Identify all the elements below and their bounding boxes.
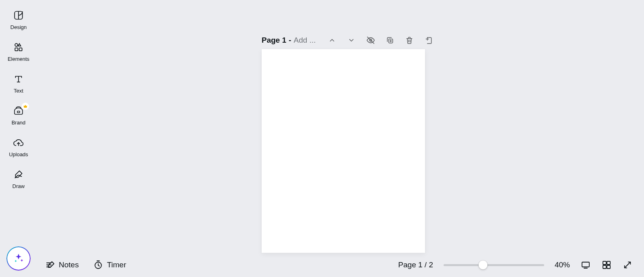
notes-button[interactable]: Notes — [45, 260, 79, 270]
delete-page-button[interactable] — [405, 35, 414, 45]
page-title-add-placeholder[interactable]: Add ... — [294, 36, 316, 45]
sidebar-item-label: Uploads — [9, 151, 28, 157]
sidebar-item-elements[interactable]: Elements — [8, 41, 29, 62]
sidebar-item-label: Elements — [8, 56, 29, 62]
page-title: Page 1 — [262, 36, 286, 45]
timer-icon — [93, 260, 103, 270]
timer-button[interactable]: Timer — [93, 260, 126, 270]
sidebar-item-text[interactable]: Text — [13, 73, 24, 94]
sidebar-item-design[interactable]: Design — [10, 10, 27, 30]
eye-off-icon — [366, 36, 375, 45]
sidebar-item-uploads[interactable]: Uploads — [9, 137, 28, 157]
sidebar-item-label: Design — [10, 24, 27, 30]
page-canvas[interactable] — [262, 49, 425, 253]
brand-icon — [13, 105, 24, 116]
svg-rect-11 — [603, 261, 606, 265]
ai-assist-button[interactable] — [7, 247, 30, 270]
chevron-down-icon — [348, 37, 355, 44]
trash-icon — [405, 36, 413, 44]
sidebar: Design Elements Text — [0, 0, 37, 277]
move-page-up-button[interactable] — [327, 35, 337, 45]
fullscreen-button[interactable] — [622, 260, 633, 270]
notes-icon — [45, 260, 55, 270]
svg-rect-10 — [584, 268, 588, 269]
sidebar-item-draw[interactable]: Draw — [12, 169, 25, 189]
page-list-view-button[interactable] — [580, 260, 591, 270]
draw-icon — [13, 169, 24, 180]
page-list-icon — [581, 260, 590, 270]
svg-rect-14 — [607, 265, 610, 269]
page-title-separator: - — [289, 36, 291, 45]
hide-page-button[interactable] — [366, 35, 376, 45]
grid-icon — [602, 260, 611, 270]
svg-rect-2 — [15, 48, 18, 51]
add-page-button[interactable] — [424, 35, 433, 45]
timer-label: Timer — [107, 260, 126, 269]
sidebar-item-label: Draw — [12, 183, 25, 189]
zoom-slider[interactable] — [444, 261, 544, 269]
svg-rect-9 — [582, 262, 589, 267]
page-header: Page 1 - Add ... — [262, 33, 433, 48]
sidebar-item-label: Brand — [12, 120, 26, 126]
canvas-area: Page 1 - Add ... — [37, 0, 644, 253]
sidebar-item-label: Text — [14, 88, 23, 94]
text-icon — [13, 73, 24, 85]
grid-view-button[interactable] — [601, 260, 612, 270]
uploads-icon — [13, 137, 24, 148]
duplicate-icon — [386, 36, 394, 44]
sparkle-icon — [13, 253, 24, 264]
crown-badge-icon — [22, 103, 29, 110]
zoom-percent[interactable]: 40% — [555, 260, 570, 269]
elements-icon — [13, 41, 24, 53]
page-actions — [327, 35, 433, 45]
svg-rect-12 — [607, 261, 610, 265]
notes-label: Notes — [59, 260, 79, 269]
svg-rect-3 — [19, 48, 22, 51]
duplicate-page-button[interactable] — [385, 35, 395, 45]
page-title-group[interactable]: Page 1 - Add ... — [262, 36, 316, 45]
svg-point-1 — [15, 43, 18, 46]
sidebar-item-brand[interactable]: Brand — [12, 105, 26, 126]
page-indicator[interactable]: Page 1 / 2 — [398, 260, 433, 269]
add-page-icon — [425, 36, 433, 44]
zoom-thumb[interactable] — [479, 260, 487, 269]
bottom-bar: Notes Timer Page 1 / 2 40% — [37, 253, 644, 277]
zoom-track — [444, 264, 544, 266]
fullscreen-icon — [623, 260, 632, 269]
move-page-down-button[interactable] — [347, 35, 356, 45]
chevron-up-icon — [328, 37, 336, 44]
design-icon — [13, 10, 24, 21]
svg-rect-13 — [603, 265, 606, 269]
svg-rect-4 — [17, 111, 20, 113]
